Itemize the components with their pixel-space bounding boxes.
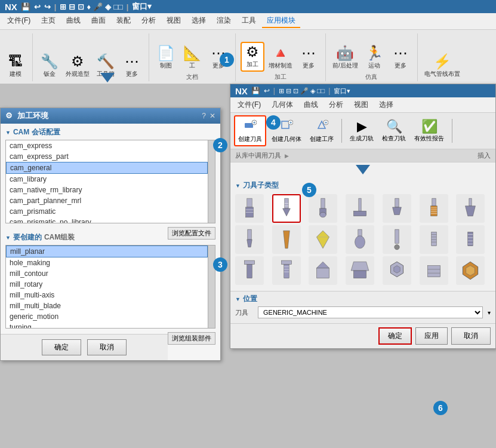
btn-more3[interactable]: ⋯ 更多	[297, 44, 321, 72]
menu-render[interactable]: 渲染	[212, 14, 236, 28]
tool-cell-8[interactable]	[235, 225, 264, 254]
setup-item-rotary[interactable]: mill_rotary	[6, 279, 208, 290]
btn-motion[interactable]: 🏃 运动	[362, 44, 386, 72]
btn-generate[interactable]: ▶ 生成刀轨	[347, 117, 377, 145]
right-panel-ok-btn[interactable]: 确定	[378, 327, 412, 345]
undo-icon[interactable]: ↩	[34, 2, 41, 11]
btn-modeling[interactable]: 🏗 建模	[4, 53, 27, 80]
btn-sheetmetal[interactable]: 🔧 钣金	[38, 53, 61, 80]
btn-drawing[interactable]: 📄 制图	[154, 44, 178, 72]
cam-item-prismatic-no[interactable]: cam_prismatic_no_library	[6, 217, 208, 223]
right-panel-cancel-btn[interactable]: 取消	[451, 327, 491, 345]
redo-icon[interactable]: ↪	[44, 2, 51, 11]
tool-cell-2[interactable]	[272, 194, 301, 223]
cam-item-planner[interactable]: cam_part_planner_mrl	[6, 195, 208, 206]
right-save-icon[interactable]: 💾	[251, 87, 260, 95]
right-window-menu[interactable]: 窗口▾	[334, 87, 350, 96]
tool-cell-9[interactable]	[272, 225, 301, 254]
step-indicator-5: 5	[302, 183, 316, 197]
btn-verify[interactable]: ✅ 有效性报告	[411, 117, 447, 145]
btn-additive[interactable]: 🔺 增材制造	[267, 44, 294, 72]
cam-item-general[interactable]: cam_general	[6, 162, 208, 174]
nx-logo: NX	[5, 2, 17, 12]
btn-elec[interactable]: ⚡ 电气管线布置	[423, 53, 462, 80]
tool-cell-10[interactable]	[309, 225, 337, 254]
cam-item-prismatic[interactable]: cam_prismatic	[6, 206, 208, 217]
tool-cell-14[interactable]	[456, 225, 485, 254]
browse-setup-btn[interactable]: 浏览组装部件	[168, 332, 215, 345]
menu-file[interactable]: 文件(F)	[2, 14, 35, 28]
svg-marker-33	[247, 240, 252, 247]
tool-cell-3[interactable]	[309, 194, 337, 223]
left-panel-cam-env: 2 3 ⚙ 加工环境 ? ✕ CAM 会话配置 cam_express cam_…	[0, 108, 221, 361]
btn-machining[interactable]: ⚙ 加工	[241, 42, 264, 72]
btn-create-tool[interactable]: + 创建刀具	[234, 115, 266, 146]
tool-cell-19[interactable]	[383, 256, 411, 285]
cam-config-scrollbar[interactable]	[208, 140, 215, 223]
btn-work[interactable]: 📐 工	[180, 44, 204, 72]
menu-view[interactable]: 视图	[162, 14, 186, 28]
machine-select[interactable]: GENERIC_MACHINE	[258, 306, 483, 318]
cam-item-express[interactable]: cam_express	[6, 140, 208, 151]
panel-close-icon[interactable]: ✕	[210, 112, 215, 120]
menu-select[interactable]: 选择	[187, 14, 211, 28]
right-menu-curve[interactable]: 曲线	[299, 99, 323, 111]
tool-cell-15[interactable]	[235, 256, 264, 285]
tool-cell-13[interactable]	[420, 225, 448, 254]
cam-item-native[interactable]: cam_native_rm_library	[6, 185, 208, 195]
menu-home[interactable]: 主页	[36, 14, 60, 28]
toolbox-icon: 🔨	[97, 54, 115, 69]
window-menu[interactable]: 窗口▾	[132, 1, 152, 12]
btn-style-design[interactable]: ⚙ 外观造型	[64, 53, 91, 80]
menu-assembly[interactable]: 装配	[112, 14, 135, 28]
setup-item-contour[interactable]: mill_contour	[6, 268, 208, 279]
tool-cell-17[interactable]	[309, 256, 337, 285]
save-icon[interactable]: 💾	[21, 2, 30, 11]
cam-setup-scrollbar[interactable]	[208, 246, 215, 328]
setup-item-multi-axis[interactable]: mill_multi-axis	[6, 290, 208, 300]
menu-curve[interactable]: 曲线	[61, 14, 85, 28]
tool-cell-7[interactable]	[456, 194, 485, 223]
right-menu-geo[interactable]: 几何体	[267, 99, 298, 111]
tool-cell-4[interactable]	[346, 194, 374, 223]
cam-item-library[interactable]: cam_library	[6, 174, 208, 185]
right-undo-icon[interactable]: ↩	[264, 87, 270, 95]
browse-config-btn[interactable]: 浏览配置文件	[168, 227, 215, 240]
panel-help-icon[interactable]: ?	[202, 112, 206, 120]
setup-item-mill-planar[interactable]: mill_planar	[6, 246, 208, 257]
btn-check[interactable]: 🔍 检查刀轨	[379, 117, 409, 145]
panel-title: ⚙ 加工环境	[5, 111, 48, 121]
setup-item-turning[interactable]: turning	[6, 322, 208, 328]
tool-cell-6[interactable]	[420, 194, 448, 223]
right-menu-analysis[interactable]: 分析	[324, 99, 348, 111]
tool-cell-5[interactable]	[383, 194, 411, 223]
menu-tools[interactable]: 工具	[237, 14, 261, 28]
btn-more1[interactable]: ⋯ 更多	[120, 53, 144, 80]
right-menu-file[interactable]: 文件(F)	[233, 99, 266, 111]
cam-item-express-part[interactable]: cam_express_part	[6, 151, 208, 162]
cam-config-list[interactable]: cam_express cam_express_part cam_general…	[6, 140, 208, 223]
tool-cell-20[interactable]	[420, 256, 448, 285]
menu-analysis[interactable]: 分析	[137, 14, 161, 28]
tool-cell-11[interactable]	[346, 225, 374, 254]
setup-item-generic[interactable]: generic_motion	[6, 311, 208, 322]
left-panel-ok-btn[interactable]: 确定	[42, 339, 81, 355]
right-menu-select[interactable]: 选择	[374, 99, 398, 111]
right-menu-view[interactable]: 视图	[349, 99, 373, 111]
tool-cell-21[interactable]	[456, 256, 485, 285]
tool-cell-12[interactable]	[383, 225, 411, 254]
tool-cell-1[interactable]	[235, 194, 264, 223]
btn-create-op[interactable]: + 创建工序	[307, 116, 337, 145]
menu-apps[interactable]: 应用模块	[262, 14, 300, 28]
tool-cell-18[interactable]	[346, 256, 374, 285]
tool-cell-16[interactable]	[272, 256, 301, 285]
left-panel-cancel-btn[interactable]: 取消	[87, 339, 127, 355]
verify-icon: ✅	[421, 119, 438, 134]
btn-more4[interactable]: ⋯ 更多	[389, 44, 412, 72]
btn-pre-post[interactable]: 🤖 前/后处理	[331, 44, 360, 72]
menu-surface[interactable]: 曲面	[87, 14, 110, 28]
setup-item-hole[interactable]: hole_making	[6, 257, 208, 268]
setup-item-multi-blade[interactable]: mill_multi_blade	[6, 300, 208, 311]
right-panel-apply-btn[interactable]: 应用	[415, 327, 448, 345]
cam-setup-list[interactable]: mill_planar hole_making mill_contour mil…	[6, 246, 208, 328]
